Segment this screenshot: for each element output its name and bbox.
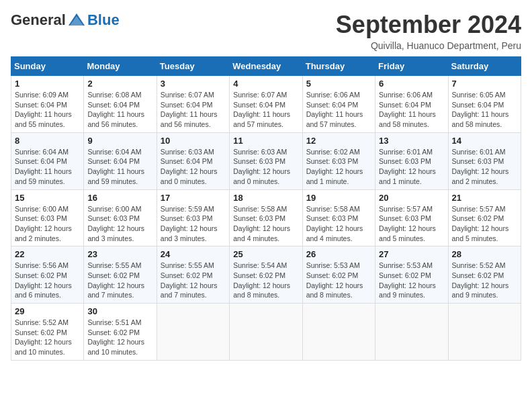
day-info: Sunrise: 5:57 AM Sunset: 6:03 PM Dayligh… (379, 204, 444, 244)
calendar-cell: 14 Sunrise: 6:01 AM Sunset: 6:03 PM Dayl… (448, 132, 521, 189)
calendar-week-row: 15 Sunrise: 6:00 AM Sunset: 6:03 PM Dayl… (11, 189, 521, 246)
day-info: Sunrise: 6:07 AM Sunset: 6:04 PM Dayligh… (233, 90, 298, 130)
calendar-week-row: 1 Sunrise: 6:09 AM Sunset: 6:04 PM Dayli… (11, 76, 521, 133)
day-number: 3 (161, 79, 226, 89)
calendar-cell: 18 Sunrise: 5:58 AM Sunset: 6:03 PM Dayl… (230, 189, 302, 246)
day-number: 6 (379, 79, 444, 89)
day-number: 21 (452, 193, 517, 203)
day-number: 17 (161, 193, 226, 203)
day-info: Sunrise: 6:04 AM Sunset: 6:04 PM Dayligh… (87, 147, 152, 187)
calendar-cell (157, 304, 229, 361)
day-number: 20 (379, 193, 444, 203)
logo-blue-text: Blue (87, 11, 120, 29)
logo-icon (67, 11, 86, 30)
day-info: Sunrise: 5:59 AM Sunset: 6:03 PM Dayligh… (161, 204, 226, 244)
calendar-table: SundayMondayTuesdayWednesdayThursdayFrid… (11, 56, 521, 361)
column-header-friday: Friday (375, 57, 448, 76)
day-info: Sunrise: 6:08 AM Sunset: 6:04 PM Dayligh… (87, 90, 152, 130)
day-info: Sunrise: 6:00 AM Sunset: 6:03 PM Dayligh… (15, 204, 80, 244)
calendar-cell: 3 Sunrise: 6:07 AM Sunset: 6:04 PM Dayli… (157, 76, 229, 133)
day-number: 1 (15, 79, 80, 89)
day-info: Sunrise: 5:54 AM Sunset: 6:02 PM Dayligh… (233, 261, 298, 300)
day-number: 28 (452, 249, 517, 259)
calendar-cell: 28 Sunrise: 5:52 AM Sunset: 6:02 PM Dayl… (448, 246, 521, 304)
logo: General Blue (11, 11, 120, 30)
day-number: 26 (306, 249, 371, 259)
calendar-cell: 15 Sunrise: 6:00 AM Sunset: 6:03 PM Dayl… (11, 189, 84, 246)
column-header-wednesday: Wednesday (230, 57, 302, 76)
calendar-cell: 30 Sunrise: 5:51 AM Sunset: 6:02 PM Dayl… (84, 304, 157, 361)
calendar-cell: 6 Sunrise: 6:06 AM Sunset: 6:04 PM Dayli… (375, 76, 448, 133)
calendar-cell: 26 Sunrise: 5:53 AM Sunset: 6:02 PM Dayl… (302, 246, 375, 304)
day-number: 9 (87, 136, 152, 146)
calendar-cell: 12 Sunrise: 6:02 AM Sunset: 6:03 PM Dayl… (302, 132, 375, 189)
calendar-cell: 27 Sunrise: 5:53 AM Sunset: 6:02 PM Dayl… (375, 246, 448, 304)
calendar-cell: 21 Sunrise: 5:57 AM Sunset: 6:02 PM Dayl… (448, 189, 521, 246)
day-number: 12 (306, 136, 371, 146)
calendar-header-row: SundayMondayTuesdayWednesdayThursdayFrid… (11, 57, 521, 76)
day-number: 14 (452, 136, 517, 146)
calendar-cell: 5 Sunrise: 6:06 AM Sunset: 6:04 PM Dayli… (302, 76, 375, 133)
calendar-cell (230, 304, 302, 361)
calendar-cell: 29 Sunrise: 5:52 AM Sunset: 6:02 PM Dayl… (11, 304, 84, 361)
day-info: Sunrise: 6:03 AM Sunset: 6:03 PM Dayligh… (233, 147, 298, 187)
column-header-monday: Monday (84, 57, 157, 76)
day-info: Sunrise: 5:58 AM Sunset: 6:03 PM Dayligh… (306, 204, 371, 244)
day-number: 19 (306, 193, 371, 203)
page-header: General Blue September 2024 Quivilla, Hu… (11, 11, 521, 51)
calendar-cell: 24 Sunrise: 5:55 AM Sunset: 6:02 PM Dayl… (157, 246, 229, 304)
location-text: Quivilla, Huanuco Department, Peru (336, 40, 521, 51)
calendar-week-row: 22 Sunrise: 5:56 AM Sunset: 6:02 PM Dayl… (11, 246, 521, 304)
day-number: 16 (87, 193, 152, 203)
day-info: Sunrise: 5:55 AM Sunset: 6:02 PM Dayligh… (87, 261, 152, 300)
calendar-cell (375, 304, 448, 361)
calendar-cell: 13 Sunrise: 6:01 AM Sunset: 6:03 PM Dayl… (375, 132, 448, 189)
calendar-cell: 17 Sunrise: 5:59 AM Sunset: 6:03 PM Dayl… (157, 189, 229, 246)
day-number: 7 (452, 79, 517, 89)
day-number: 8 (15, 136, 80, 146)
day-number: 24 (161, 249, 226, 259)
column-header-thursday: Thursday (302, 57, 375, 76)
day-number: 5 (306, 79, 371, 89)
day-info: Sunrise: 6:06 AM Sunset: 6:04 PM Dayligh… (306, 90, 371, 130)
calendar-cell: 19 Sunrise: 5:58 AM Sunset: 6:03 PM Dayl… (302, 189, 375, 246)
calendar-cell: 1 Sunrise: 6:09 AM Sunset: 6:04 PM Dayli… (11, 76, 84, 133)
day-info: Sunrise: 6:04 AM Sunset: 6:04 PM Dayligh… (15, 147, 80, 187)
day-info: Sunrise: 5:53 AM Sunset: 6:02 PM Dayligh… (379, 261, 444, 300)
day-number: 27 (379, 249, 444, 259)
day-info: Sunrise: 5:52 AM Sunset: 6:02 PM Dayligh… (15, 318, 80, 357)
calendar-cell: 16 Sunrise: 6:00 AM Sunset: 6:03 PM Dayl… (84, 189, 157, 246)
day-info: Sunrise: 6:00 AM Sunset: 6:03 PM Dayligh… (87, 204, 152, 244)
day-number: 4 (233, 79, 298, 89)
day-number: 22 (15, 249, 80, 259)
day-info: Sunrise: 6:01 AM Sunset: 6:03 PM Dayligh… (452, 147, 517, 187)
calendar-cell: 25 Sunrise: 5:54 AM Sunset: 6:02 PM Dayl… (230, 246, 302, 304)
day-info: Sunrise: 6:02 AM Sunset: 6:03 PM Dayligh… (306, 147, 371, 187)
day-number: 23 (87, 249, 152, 259)
column-header-sunday: Sunday (11, 57, 84, 76)
day-info: Sunrise: 5:53 AM Sunset: 6:02 PM Dayligh… (306, 261, 371, 300)
day-number: 18 (233, 193, 298, 203)
day-number: 29 (15, 306, 80, 316)
calendar-cell: 10 Sunrise: 6:03 AM Sunset: 6:04 PM Dayl… (157, 132, 229, 189)
calendar-week-row: 29 Sunrise: 5:52 AM Sunset: 6:02 PM Dayl… (11, 304, 521, 361)
day-info: Sunrise: 6:06 AM Sunset: 6:04 PM Dayligh… (379, 90, 444, 130)
calendar-cell: 9 Sunrise: 6:04 AM Sunset: 6:04 PM Dayli… (84, 132, 157, 189)
column-header-saturday: Saturday (448, 57, 521, 76)
day-info: Sunrise: 5:55 AM Sunset: 6:02 PM Dayligh… (161, 261, 226, 300)
day-info: Sunrise: 5:56 AM Sunset: 6:02 PM Dayligh… (15, 261, 80, 300)
day-number: 30 (87, 306, 152, 316)
calendar-cell: 4 Sunrise: 6:07 AM Sunset: 6:04 PM Dayli… (230, 76, 302, 133)
title-block: September 2024 Quivilla, Huanuco Departm… (336, 11, 521, 51)
day-number: 15 (15, 193, 80, 203)
calendar-cell: 11 Sunrise: 6:03 AM Sunset: 6:03 PM Dayl… (230, 132, 302, 189)
calendar-cell: 8 Sunrise: 6:04 AM Sunset: 6:04 PM Dayli… (11, 132, 84, 189)
day-info: Sunrise: 5:58 AM Sunset: 6:03 PM Dayligh… (233, 204, 298, 244)
calendar-week-row: 8 Sunrise: 6:04 AM Sunset: 6:04 PM Dayli… (11, 132, 521, 189)
day-info: Sunrise: 6:05 AM Sunset: 6:04 PM Dayligh… (452, 90, 517, 130)
day-number: 10 (161, 136, 226, 146)
calendar-cell: 2 Sunrise: 6:08 AM Sunset: 6:04 PM Dayli… (84, 76, 157, 133)
calendar-cell: 7 Sunrise: 6:05 AM Sunset: 6:04 PM Dayli… (448, 76, 521, 133)
day-info: Sunrise: 6:01 AM Sunset: 6:03 PM Dayligh… (379, 147, 444, 187)
logo-general-text: General (11, 11, 66, 29)
